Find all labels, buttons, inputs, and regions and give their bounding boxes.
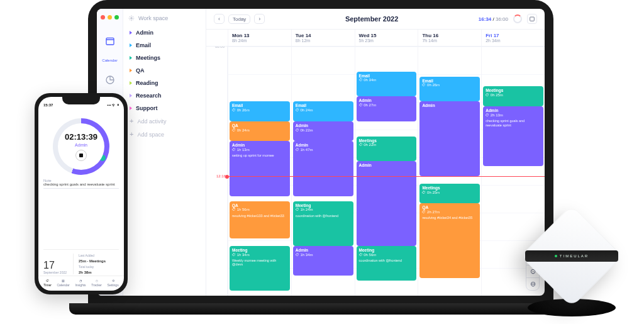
calendar-event[interactable]: Email⏱ 0h 26m [230, 101, 290, 121]
add-space[interactable]: + Add space [128, 128, 201, 141]
phone-tab-insights[interactable]: ◔Insights [75, 279, 86, 287]
view-toggle[interactable] [527, 14, 537, 24]
calendar-event[interactable]: Admin⏱ 0h 27m [357, 96, 417, 121]
calendar-event[interactable]: Meetings⏱ 0h 25m [483, 86, 543, 106]
calendar-event[interactable]: Admin [419, 101, 480, 176]
sidebar-item-label: Reading [136, 80, 158, 86]
calendar-event[interactable]: QA⏱ 2h 27mresolving #ticket34 and #ticke… [419, 203, 480, 278]
phone-tab-label: Settings [108, 283, 119, 287]
calendar-event[interactable]: QA⏱ 0h 24m [230, 121, 290, 142]
next-button[interactable]: › [254, 14, 265, 24]
phone-tabbar: ⏱Timer▦Calendar◔Insights◇Tracker⚙Setting… [38, 276, 124, 291]
insights-icon: ◔ [79, 279, 82, 282]
today-button[interactable]: Today [228, 14, 250, 24]
day-header-row: Mon 138h 24mTue 148h 12mWed 155h 23mThu … [206, 30, 545, 47]
event-duration: ⏱ 0h 25m [422, 191, 477, 195]
close-icon[interactable] [101, 15, 105, 20]
day-header[interactable]: Wed 155h 23m [355, 30, 418, 46]
day-column[interactable]: Email⏱ 0h 24mAdmin⏱ 0h 22mAdmin⏱ 1h 47mM… [291, 47, 355, 296]
sidebar-item-label: Support [136, 105, 158, 111]
phone-notch [62, 97, 100, 104]
event-note: coordination with @frontend [296, 214, 351, 218]
sidebar-item-label: Email [136, 42, 151, 48]
event-title: Email [296, 103, 351, 108]
event-duration: ⏱ 0h 27m [359, 103, 414, 108]
calendar-event[interactable]: Meeting⏱ 0h 56mcoordination with @fronte… [357, 246, 417, 281]
day-total: 7h 14m [422, 38, 477, 43]
event-title: Admin [296, 248, 351, 253]
calendar-event[interactable]: Admin⏱ 2h 13mchecking sprint goals and r… [483, 106, 543, 166]
last-added-label: Last Added [79, 254, 106, 257]
day-header[interactable]: Thu 167h 14m [418, 30, 481, 46]
event-title: Admin [486, 108, 541, 113]
day-header[interactable]: Fri 172h 34m [481, 30, 545, 46]
window-controls[interactable] [101, 13, 119, 23]
day-column[interactable]: Email⏱ 0h 34mAdmin⏱ 0h 27mMeetings⏱ 0h 2… [355, 47, 418, 296]
event-note: checking sprint goals and reevaluate spr… [486, 119, 541, 127]
calendar-grid[interactable]: 08:0012:16 Email⏱ 0h 26mQA⏱ 0h 24mAdmin⏱… [206, 47, 545, 296]
event-duration: ⏱ 1h 13m [232, 148, 287, 152]
event-title: Meeting [296, 203, 351, 208]
sidebar-item-email[interactable]: Email [128, 39, 201, 52]
calendar-event[interactable]: Admin⏱ 1h 34m [293, 246, 353, 276]
minimize-icon[interactable] [108, 15, 112, 20]
calendar-event[interactable]: Meeting⏱ 1h 34mWeekly momee meeting with… [230, 246, 290, 291]
sidebar-item-label: Admin [136, 30, 153, 36]
workspace-label: Work space [138, 15, 168, 21]
sidebar-item-research[interactable]: Research [128, 89, 201, 102]
event-duration: ⏱ 1h 24m [296, 208, 351, 212]
nav-calendar[interactable] [101, 32, 119, 50]
sidebar-item-support[interactable]: Support [128, 102, 201, 115]
calendar-event[interactable]: Meetings⏱ 0h 22m [357, 137, 417, 162]
today-date: 17 September 2022 [43, 260, 67, 274]
nav-calendar-label: Calendar [102, 59, 117, 62]
day-column[interactable]: Email⏱ 0h 26mQA⏱ 0h 24mAdmin⏱ 1h 13msett… [228, 47, 291, 296]
calendar-event[interactable]: Email⏱ 0h 24m [293, 101, 353, 121]
maximize-icon[interactable] [114, 15, 119, 20]
event-duration: ⏱ 0h 24m [232, 128, 287, 133]
sidebar-item-admin[interactable]: Admin [128, 26, 201, 39]
date-day: 17 [43, 260, 67, 271]
calendar-event[interactable]: Admin⏱ 0h 22m [293, 121, 353, 142]
tracker-device: TIMEULAR [518, 213, 625, 320]
add-activity[interactable]: + Add activity [128, 115, 201, 128]
sidebar-item-reading[interactable]: Reading [128, 77, 201, 89]
sidebar-item-meetings[interactable]: Meetings [128, 52, 201, 64]
app-screen: Calendar Work space AdminEmailMeetingsQA… [97, 9, 545, 296]
phone-tab-settings[interactable]: ⚙Settings [108, 279, 119, 287]
sidebar-item-qa[interactable]: QA [128, 64, 201, 77]
calendar-event[interactable]: QA⏱ 1h 56mresolving #ticket133 and #tick… [230, 201, 290, 238]
event-title: QA [422, 205, 477, 210]
day-total: 8h 12m [296, 38, 351, 43]
calendar-event[interactable]: Meeting⏱ 1h 24mcoordination with @fronte… [293, 201, 353, 246]
event-title: Admin [296, 123, 351, 128]
device-brand: TIMEULAR [560, 254, 589, 258]
day-header[interactable]: Tue 148h 12m [291, 30, 355, 46]
day-column[interactable]: Email⏱ 0h 26mAdminMeetings⏱ 0h 25mQA⏱ 2h… [418, 47, 481, 296]
add-space-label: Add space [137, 131, 164, 138]
day-header[interactable]: Mon 138h 24m [228, 30, 291, 46]
calendar-event[interactable]: Admin [357, 161, 417, 246]
event-title: Meeting [232, 248, 287, 253]
calendar-event[interactable]: Email⏱ 0h 34m [357, 72, 417, 97]
phone-tab-calendar[interactable]: ▦Calendar [57, 279, 69, 287]
nav-insights[interactable] [101, 71, 119, 89]
event-duration: ⏱ 1h 34m [296, 253, 351, 257]
phone-tab-timer[interactable]: ⏱Timer [43, 279, 52, 287]
stop-button[interactable] [75, 150, 87, 161]
calendar-event[interactable]: Meetings⏱ 0h 25m [419, 184, 480, 204]
power-led-icon [555, 255, 557, 257]
phone-tab-tracker[interactable]: ◇Tracker [91, 279, 102, 287]
phone-frame: 15:37 ••• ᯤ ▮ 02:13:39 Admin Note checki… [35, 93, 128, 294]
calendar-event[interactable]: Admin⏱ 1h 13msetting up sprint for momee [230, 141, 290, 196]
calendar-event[interactable]: Admin⏱ 1h 47m [293, 141, 353, 196]
event-duration: ⏱ 0h 25m [486, 93, 541, 98]
calendar-event[interactable]: Email⏱ 0h 26m [419, 77, 480, 102]
event-duration: ⏱ 0h 56m [359, 253, 414, 257]
event-title: Admin [359, 98, 414, 103]
event-title: Email [359, 74, 414, 79]
sidebar-item-label: QA [136, 67, 145, 74]
prev-button[interactable]: ‹ [214, 14, 225, 24]
note-input[interactable]: checking sprint goals and reevaluate spr… [43, 182, 119, 189]
workspace-header[interactable]: Work space [128, 15, 201, 21]
